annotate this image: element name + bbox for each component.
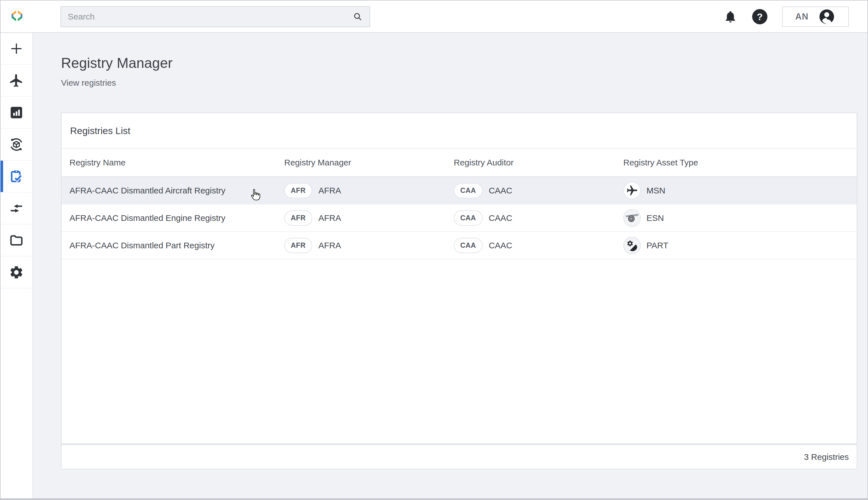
sidebar-item-registry[interactable]: [1, 161, 32, 193]
manager-name: AFRA: [318, 186, 341, 195]
sidebar-item-settings[interactable]: [1, 257, 32, 288]
manager-name: AFRA: [318, 241, 341, 250]
help-icon: [752, 9, 767, 24]
table-header: Registry Name Registry Manager Registry …: [62, 149, 857, 177]
sidebar-item-files[interactable]: [1, 225, 32, 257]
search-icon[interactable]: [352, 11, 363, 22]
user-initials: AN: [795, 12, 809, 22]
registries-card: Registries List Registry Name Registry M…: [61, 113, 857, 444]
bell-icon: [723, 10, 738, 24]
avatar-icon: [818, 8, 835, 25]
sidebar-item-aircraft[interactable]: [1, 65, 32, 97]
engine-icon: [623, 209, 641, 227]
manager-badge: AFR: [284, 183, 312, 198]
page-subtitle: View registries: [61, 78, 857, 88]
topbar: AN: [1, 1, 867, 33]
gear-icon: [9, 265, 24, 280]
manager-badge: AFR: [284, 238, 312, 253]
folder-icon: [9, 233, 24, 248]
search-input[interactable]: [61, 7, 352, 26]
sidebar-item-transfers[interactable]: [1, 193, 32, 225]
table-footer: 3 Registries: [61, 445, 857, 469]
table-row-part-registry[interactable]: AFRA-CAAC Dismantled Part Registry AFR A…: [62, 232, 857, 259]
registry-count: 3 Registries: [804, 452, 849, 462]
asset-type: ESN: [646, 213, 664, 223]
registry-name: AFRA-CAAC Dismantled Part Registry: [62, 241, 276, 250]
column-header-registry-manager: Registry Manager: [276, 158, 446, 168]
topbar-actions: AN: [723, 1, 849, 33]
column-header-registry-asset-type: Registry Asset Type: [615, 158, 857, 168]
manager-badge: AFR: [284, 211, 312, 226]
help-button[interactable]: [752, 9, 767, 24]
registry-name: AFRA-CAAC Dismantled Aircraft Registry: [62, 186, 276, 195]
card-title: Registries List: [62, 113, 857, 149]
app-window: AN: [0, 0, 868, 500]
converging-arrows-icon: [9, 201, 24, 216]
auditor-badge: CAA: [454, 238, 483, 253]
package-sync-icon: [9, 137, 24, 152]
sidebar: [1, 33, 33, 498]
user-menu[interactable]: AN: [782, 7, 849, 27]
table-row-engine-registry[interactable]: AFRA-CAAC Dismantled Engine Registry AFR…: [62, 204, 857, 232]
search-box: [60, 6, 370, 27]
auditor-name: CAAC: [489, 213, 512, 223]
notifications-button[interactable]: [723, 10, 738, 24]
auditor-badge: CAA: [454, 183, 483, 198]
page-title: Registry Manager: [61, 55, 857, 71]
auditor-badge: CAA: [454, 211, 483, 226]
airplane-icon: [623, 182, 641, 200]
bar-chart-icon: [9, 105, 24, 120]
sidebar-item-analytics[interactable]: [1, 97, 32, 129]
gear-part-icon: [623, 237, 641, 254]
column-header-registry-name: Registry Name: [62, 158, 276, 168]
clipboard-check-icon: [9, 169, 24, 184]
manager-name: AFRA: [318, 213, 341, 223]
column-header-registry-auditor: Registry Auditor: [446, 158, 615, 168]
sidebar-item-asset-tracking[interactable]: [1, 129, 32, 161]
app-logo-icon[interactable]: [10, 10, 24, 23]
auditor-name: CAAC: [489, 241, 512, 250]
airplane-icon: [9, 73, 24, 88]
asset-type: PART: [646, 241, 668, 250]
plus-icon: [9, 41, 24, 56]
main-content: Registry Manager View registries Registr…: [33, 33, 867, 498]
registry-name: AFRA-CAAC Dismantled Engine Registry: [62, 213, 276, 223]
auditor-name: CAAC: [489, 186, 512, 195]
asset-type: MSN: [646, 186, 666, 195]
sidebar-item-add[interactable]: [1, 33, 32, 65]
table-row-aircraft-registry[interactable]: AFRA-CAAC Dismantled Aircraft Registry A…: [62, 177, 857, 204]
